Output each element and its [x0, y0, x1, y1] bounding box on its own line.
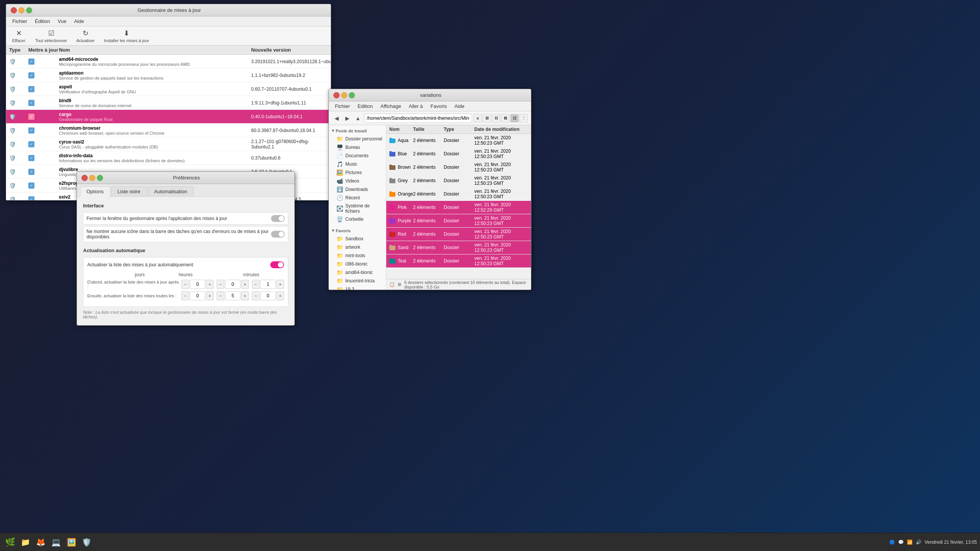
sidebar-item-i386-bionic[interactable]: 📁i386-bionic — [329, 260, 386, 268]
fm-file-row[interactable]: Sand 2 éléments Dossier ven. 21 févr. 20… — [386, 241, 531, 254]
fm-menu-affichage[interactable]: Affichage — [377, 103, 404, 110]
fm-file-row[interactable]: Red 2 éléments Dossier ven. 21 févr. 202… — [386, 228, 531, 241]
fm-file-row[interactable]: Brown 2 éléments Dossier ven. 21 févr. 2… — [386, 161, 531, 174]
menu-vue[interactable]: Vue — [55, 18, 70, 25]
fm-file-row[interactable]: Purple 2 éléments Dossier ven. 21 févr. … — [386, 214, 531, 228]
pref-minimize-button[interactable] — [89, 175, 95, 181]
fm-view-btn-5[interactable]: ⊡ — [510, 114, 519, 122]
sidebar-item-corbeille[interactable]: 🗑️Corbeille — [329, 215, 386, 223]
hours-1-input[interactable] — [225, 280, 240, 289]
install-button[interactable]: ⬇ Installer les mises à jour — [101, 28, 151, 44]
fm-file-row[interactable]: Teal 2 éléments Dossier ven. 21 févr. 20… — [386, 254, 531, 268]
fm-forward-button[interactable]: ▶ — [343, 114, 352, 123]
fm-maximize-button[interactable] — [349, 92, 355, 98]
fm-back-button[interactable]: ◀ — [332, 114, 341, 123]
fm-file-row[interactable]: Aqua 2 éléments Dossier ven. 21 févr. 20… — [386, 134, 531, 147]
sidebar-item-downloads[interactable]: ⬇️Downloads — [329, 185, 386, 194]
days-1-minus[interactable]: − — [181, 280, 189, 289]
days-2-plus[interactable]: + — [206, 291, 214, 300]
days-1-input[interactable] — [190, 280, 205, 289]
sidebar-item-mint-tools[interactable]: 📁mint-tools — [329, 251, 386, 260]
fm-view-btn-6[interactable]: ⋮ — [519, 114, 528, 122]
hours-1-plus[interactable]: + — [241, 280, 249, 289]
toggle-close[interactable] — [271, 215, 285, 222]
table-row[interactable]: 🛡️ ✓ amd64-microcode Microprogramme du m… — [6, 55, 331, 68]
sidebar-item-documents[interactable]: 📄Documents — [329, 152, 386, 160]
mins-2-plus[interactable]: + — [276, 291, 284, 300]
sidebar-item-sandbox[interactable]: 📁Sandbox — [329, 235, 386, 243]
sidebar-item-videos[interactable]: 📹Videos — [329, 177, 386, 185]
taskbar-right: 🔵 💬 📶 🔊 Vendredi 21 février, 13:05 — [889, 540, 977, 545]
fm-menu-aide[interactable]: Aide — [451, 103, 467, 110]
fm-menu-favoris[interactable]: Favoris — [428, 103, 450, 110]
sidebar-item-artwork[interactable]: 📁artwork — [329, 243, 386, 251]
table-row[interactable]: 🛡️ ✓ distro-info-data Informations sur l… — [6, 151, 331, 165]
taskbar-mint-icon[interactable]: 🌿 — [3, 535, 17, 549]
close-button[interactable] — [11, 7, 17, 13]
taskbar-terminal-icon[interactable]: 💻 — [49, 535, 63, 549]
fm-file-row[interactable]: Orange 2 éléments Dossier ven. 21 févr. … — [386, 187, 531, 201]
toggle-icon[interactable] — [271, 231, 285, 238]
fm-file-row[interactable]: Blue 2 éléments Dossier ven. 21 févr. 20… — [386, 147, 531, 161]
minimize-button[interactable] — [18, 7, 24, 13]
fm-address-bar[interactable] — [364, 114, 472, 123]
sidebar-item-dossier-personnel[interactable]: 📁Dossier personnel — [329, 135, 386, 143]
fm-up-button[interactable]: ▲ — [353, 114, 363, 123]
fm-menu-fichier[interactable]: Fichier — [332, 103, 353, 110]
fm-view-btn-2[interactable]: ⊞ — [483, 114, 491, 122]
sidebar-item-récent[interactable]: 🕐Récent — [329, 194, 386, 202]
table-row[interactable]: 🛡️ ✓ aspell Vérificateur d'orthographe A… — [6, 82, 331, 96]
select-all-button[interactable]: ☑ Tout sélectionner — [33, 28, 69, 44]
sidebar-item-amd64-bionic[interactable]: 📁amd64-bionic — [329, 268, 386, 277]
mins-1-plus[interactable]: + — [276, 280, 284, 289]
sidebar-item-système-de-fichiers[interactable]: 💽Système de fichiers — [329, 202, 386, 215]
hours-2-plus[interactable]: + — [241, 291, 249, 300]
fm-menu-edition[interactable]: Edition — [354, 103, 376, 110]
hours-2-input[interactable] — [225, 291, 240, 300]
sidebar-item-linuxmint-tricia[interactable]: 📁linuxmint-tricia — [329, 277, 386, 285]
days-2-minus[interactable]: − — [181, 291, 189, 300]
taskbar-firefox-icon[interactable]: 🦊 — [34, 535, 47, 549]
taskbar-photos-icon[interactable]: 🖼️ — [64, 535, 78, 549]
days-2-input[interactable] — [190, 291, 205, 300]
sidebar-item-music[interactable]: 🎵Music — [329, 160, 386, 168]
fm-view-btn-1[interactable]: ≡ — [474, 114, 482, 122]
tab-options[interactable]: Options — [80, 186, 110, 197]
fm-file-row[interactable]: Pink 2 éléments Dossier ven. 21 févr. 20… — [386, 201, 531, 214]
taskbar-files-icon[interactable]: 📁 — [18, 535, 32, 549]
hours-2-minus[interactable]: − — [217, 291, 224, 300]
maximize-button[interactable] — [26, 7, 32, 13]
fm-close-button[interactable] — [333, 92, 340, 98]
refresh-button[interactable]: ↻ Actualiser — [74, 28, 97, 44]
toggle-auto-update[interactable] — [270, 261, 284, 268]
sidebar-item-19.3[interactable]: 📁19.3 — [329, 285, 386, 290]
menu-fichier[interactable]: Fichier — [9, 18, 30, 25]
fm-file-row[interactable]: Grey 2 éléments Dossier ven. 21 févr. 20… — [386, 174, 531, 187]
menu-edition[interactable]: Édition — [32, 18, 53, 25]
fm-menu-aller[interactable]: Aller à — [406, 103, 426, 110]
tab-automation[interactable]: Automatisation — [148, 186, 194, 196]
hours-1-minus[interactable]: − — [217, 280, 224, 289]
table-row[interactable]: 🛡️ ✓ aptdaemon Service de gestion de paq… — [6, 68, 331, 82]
table-row[interactable]: 🛡️ ✓ bind9 Serveur de noms de domaines i… — [6, 96, 331, 110]
days-1-plus[interactable]: + — [206, 280, 214, 289]
mins-1-minus[interactable]: − — [252, 280, 260, 289]
fm-view-btn-3[interactable]: ⊟ — [492, 114, 500, 122]
fm-col-name: Nom — [389, 127, 413, 132]
table-row[interactable]: 🛡️ ✓ cargo Gestionnaire de paquet Rust 0… — [6, 110, 331, 124]
clear-button[interactable]: ✕ Effacer — [9, 28, 28, 44]
sidebar-item-pictures[interactable]: 🖼️Pictures — [329, 168, 386, 177]
fm-minimize-button[interactable] — [341, 92, 347, 98]
table-row[interactable]: 🛡️ ✓ chromium-browser Chromium web brows… — [6, 124, 331, 137]
tab-blacklist[interactable]: Liste noire — [111, 186, 147, 196]
pref-close-button[interactable] — [82, 175, 88, 181]
pref-maximize-button[interactable] — [97, 175, 103, 181]
menu-aide[interactable]: Aide — [71, 18, 87, 25]
fm-view-btn-4[interactable]: ⊠ — [501, 114, 510, 122]
mins-2-minus[interactable]: − — [252, 291, 260, 300]
mins-2-input[interactable] — [260, 291, 276, 300]
mins-1-input[interactable] — [260, 280, 276, 289]
table-row[interactable]: 🛡️ ✓ cyrus-sasl2 Cyrus SASL - pluggable … — [6, 137, 331, 151]
sidebar-item-bureau[interactable]: 🖥️Bureau — [329, 143, 386, 152]
taskbar-shield-icon[interactable]: 🛡️ — [80, 535, 93, 549]
